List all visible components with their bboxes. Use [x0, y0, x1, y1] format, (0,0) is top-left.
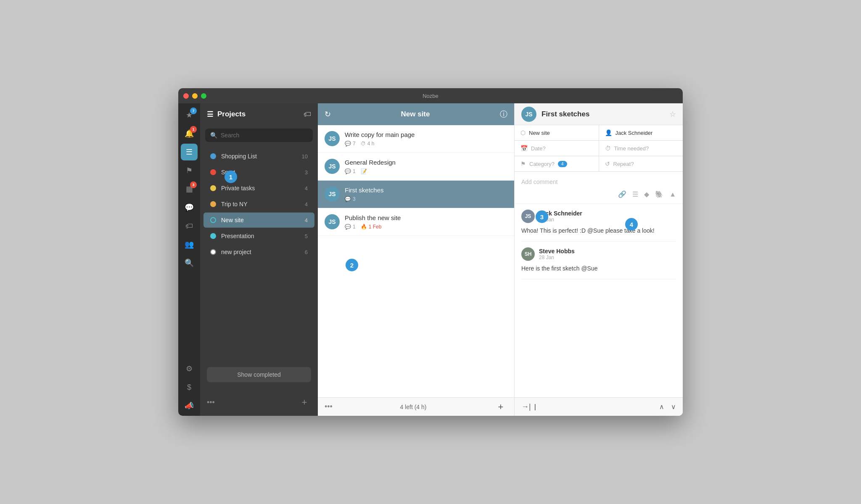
project-field-icon: ⬡ [520, 129, 526, 136]
detail-field-project[interactable]: ⬡ New site [515, 125, 599, 140]
projects-more-icon[interactable]: ••• [207, 398, 215, 407]
task-content-publish: Publish the new site 💬 1 🔥 1 Feb [345, 214, 507, 230]
project-item-newproject[interactable]: new project 6 [203, 244, 314, 260]
detail-field-category[interactable]: ⚑ Category? 4 [515, 156, 599, 171]
indent-icon[interactable]: →| [521, 402, 531, 411]
maximize-button[interactable] [201, 93, 206, 99]
evernote-icon[interactable]: 🐘 [655, 190, 663, 198]
tasks-more-dots[interactable]: ••• [325, 402, 333, 411]
tasks-header: ↻ New site ⓘ [318, 103, 514, 125]
detail-footer-left: →| | [521, 402, 536, 411]
detail-time-value: Time needed? [614, 145, 649, 152]
priority-badge: 7 [190, 108, 197, 114]
task-avatar-first-sketches: JS [325, 186, 340, 202]
minimize-button[interactable] [192, 93, 198, 99]
detail-project-value: New site [529, 130, 550, 136]
sidebar-item-inbox[interactable]: 🔔 1 [181, 125, 198, 142]
projects-list: Shopping List 10 Sport 3 Private tasks 4 [200, 145, 318, 364]
project-item-private[interactable]: Private tasks 4 [203, 181, 314, 196]
comment-meta-2: Steve Hobbs 28 Jan [539, 248, 575, 260]
sidebar-item-flags[interactable]: ⚑ [181, 162, 198, 179]
projects-icon: ☰ [186, 147, 193, 157]
detail-panel: JS First sketches ☆ ⬡ New site 👤 Jack Sc… [515, 103, 683, 416]
sidebar-item-chat[interactable]: 💬 [181, 199, 198, 216]
close-button[interactable] [183, 93, 189, 99]
sidebar-item-billing[interactable]: $ [181, 379, 198, 396]
detail-header: JS First sketches ☆ [515, 103, 683, 125]
sync-icon[interactable]: ↻ [325, 110, 331, 119]
info-icon[interactable]: ⓘ [500, 109, 507, 119]
date-field-icon: 📅 [520, 145, 528, 152]
comment-input-row: Add comment [521, 177, 676, 187]
navigate-down-icon[interactable]: ∨ [671, 403, 676, 411]
project-count-newproject: 6 [305, 249, 308, 255]
add-project-button[interactable]: + [298, 396, 311, 409]
comment-item-2: SH Steve Hobbs 28 Jan Here is the first … [521, 242, 676, 279]
project-dot-sport [210, 169, 216, 175]
dropbox-icon[interactable]: ◆ [644, 190, 649, 198]
task-time-write-copy: ⏱ 4 h [361, 141, 375, 147]
detail-repeat-value: Repeat? [613, 161, 634, 167]
comment-count: 1 [353, 168, 356, 174]
task-item-publish[interactable]: JS Publish the new site 💬 1 🔥 1 Feb [318, 208, 514, 236]
task-item-general-redesign[interactable]: JS General Redesign 💬 1 📝 [318, 153, 514, 181]
navigate-up-icon[interactable]: ∧ [659, 403, 664, 411]
comment-placeholder[interactable]: Add comment [521, 177, 676, 187]
detail-field-assignee[interactable]: 👤 Jack Schneider [599, 125, 683, 140]
project-item-newsite[interactable]: New site 4 [203, 213, 314, 228]
comments-list: JS Jack Schneider 29 Jan Whoa! This is p… [515, 204, 683, 397]
task-item-first-sketches[interactable]: JS First sketches 💬 3 [318, 181, 514, 208]
add-task-button[interactable]: + [494, 400, 507, 414]
calendar-badge: 3 [190, 181, 197, 188]
project-name-presentation: Presentation [221, 233, 305, 239]
project-name-tripny: Trip to NY [221, 201, 305, 207]
search-box[interactable]: 🔍 [205, 129, 313, 142]
detail-field-repeat[interactable]: ↺ Repeat? [599, 156, 683, 171]
project-item-sport[interactable]: Sport 3 [203, 165, 314, 180]
project-count-private: 4 [305, 185, 308, 192]
comment-icon: 💬 [345, 196, 351, 202]
task-notes-general-redesign: 📝 [361, 168, 367, 174]
star-button[interactable]: ☆ [669, 110, 676, 119]
attach-icon[interactable]: 🔗 [618, 190, 626, 198]
sidebar-item-team[interactable]: 👥 [181, 236, 198, 253]
checklist-icon[interactable]: ☰ [632, 190, 638, 198]
icon-sidebar: ★ 7 🔔 1 ☰ ⚑ ▦ 3 💬 🏷 [178, 103, 200, 416]
search-input[interactable] [221, 132, 308, 139]
project-dot-private [210, 185, 216, 191]
project-dot-newproject [210, 249, 216, 255]
sidebar-item-calendar[interactable]: ▦ 3 [181, 181, 198, 197]
task-title-first-sketches: First sketches [345, 186, 507, 194]
tasks-panel-title: New site [401, 110, 430, 118]
detail-footer: →| | ∧ ∨ [515, 397, 683, 416]
show-completed-button[interactable]: Show completed [207, 367, 311, 382]
sidebar-item-settings[interactable]: ⚙ [181, 360, 198, 377]
sidebar-item-announce[interactable]: 📣 [181, 397, 198, 414]
task-item-write-copy[interactable]: JS Write copy for main page 💬 7 ⏱ 4 h [318, 125, 514, 153]
tasks-footer: ••• 4 left (4 h) + [318, 397, 514, 416]
project-item-presentation[interactable]: Presentation 5 [203, 228, 314, 244]
comment-date-2: 28 Jan [539, 255, 575, 260]
detail-field-time[interactable]: ⏱ Time needed? [599, 141, 683, 156]
detail-field-date[interactable]: 📅 Date? [515, 141, 599, 156]
tasks-panel: ↻ New site ⓘ JS Write copy for main page… [318, 103, 515, 416]
project-item-tripny[interactable]: Trip to NY 4 [203, 197, 314, 212]
sidebar-item-search[interactable]: 🔍 [181, 255, 198, 271]
assignee-field-icon: 👤 [605, 129, 612, 136]
tutorial-badge-2: 2 [346, 259, 358, 271]
comment-avatar-2: SH [521, 247, 535, 261]
sidebar-item-projects[interactable]: ☰ [181, 144, 198, 160]
project-item-shopping[interactable]: Shopping List 10 [203, 149, 314, 164]
task-comments-first-sketches: 💬 3 [345, 196, 356, 202]
tag-filter-icon[interactable]: 🏷 [304, 110, 311, 119]
sidebar-item-tags[interactable]: 🏷 [181, 218, 198, 234]
cursor-indicator: | [534, 403, 536, 411]
detail-footer-right: ∧ ∨ [659, 403, 676, 411]
sidebar-item-priority[interactable]: ★ 7 [181, 107, 198, 123]
task-avatar-publish: JS [325, 214, 340, 229]
inbox-badge: 1 [190, 126, 197, 133]
time-field-icon: ⏱ [605, 145, 611, 152]
drive-icon[interactable]: ▲ [669, 191, 676, 198]
projects-header: ☰ Projects 🏷 [200, 103, 318, 125]
category-badge: 4 [558, 161, 567, 167]
